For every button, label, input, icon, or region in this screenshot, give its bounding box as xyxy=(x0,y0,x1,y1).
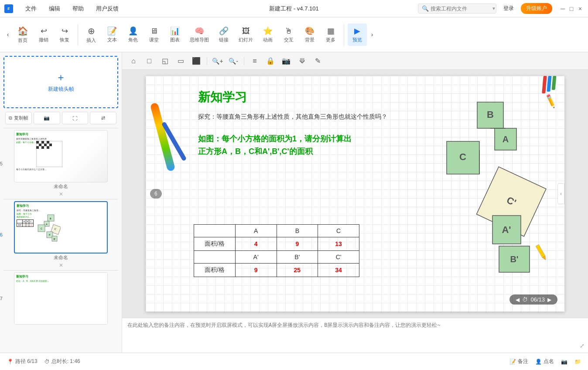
new-frame-label: 新建镜头帧 xyxy=(48,86,74,93)
copy-frame-button[interactable]: ⧉ 复制帧 xyxy=(5,112,32,124)
svg-rect-1 xyxy=(36,141,39,144)
slide-07-thumb[interactable]: 新知学习 结论：A，B，C和A',B',C'的面积... xyxy=(14,272,108,325)
toolbar-interact[interactable]: 🖱 交互 xyxy=(279,24,298,46)
text-label: 文本 xyxy=(107,37,117,43)
toolbar-link[interactable]: 🔗 链接 xyxy=(214,24,233,46)
slide-nav-badge[interactable]: 6 xyxy=(150,189,162,199)
status-folder-button[interactable]: 📁 xyxy=(574,358,581,365)
mindmap-icon: 🧠 xyxy=(195,26,204,36)
menu-feedback[interactable]: 用户反馈 xyxy=(93,3,121,14)
login-button[interactable]: 登录 xyxy=(500,3,517,14)
screenshot-status-icon: 📷 xyxy=(561,359,567,365)
toolbar-class[interactable]: 🖥 课堂 xyxy=(144,24,164,46)
lock-tool[interactable]: 🔒 xyxy=(264,55,277,67)
slide-06-thumb[interactable]: 新知学习 探究：等腰直角三角形... 如图：每个小方格的面积为1... ABC … xyxy=(14,201,108,254)
slide-actions: ⧉ 复制帧 📷 ⛶ ⇄ xyxy=(3,112,118,124)
slide-05-wrapper: 05 新知学习 探究等腰直角三角形有上述性质 如图：每个小方格... xyxy=(3,130,118,197)
path-icon: 📍 xyxy=(7,359,14,365)
toolbar-more[interactable]: ▦ 更多 xyxy=(321,24,340,46)
counter-prev-arrow[interactable]: ◀ xyxy=(516,297,520,303)
table-cell-header-empty1 xyxy=(194,225,236,237)
table-cell-C-val: 13 xyxy=(318,237,359,251)
chart-icon: 📊 xyxy=(170,26,180,36)
menu-file[interactable]: 文件 xyxy=(23,3,39,14)
toolbar-text[interactable]: 📝 文本 xyxy=(103,24,122,46)
search-dropdown-icon[interactable]: ▼ xyxy=(492,6,496,11)
fullscreen-button[interactable]: ⛶ xyxy=(62,112,89,124)
edit-tool[interactable]: ✎ xyxy=(311,55,324,67)
maximize-button[interactable]: □ xyxy=(568,5,575,12)
menu-edit[interactable]: 编辑 xyxy=(46,3,63,14)
layer-tool[interactable]: ⟱ xyxy=(296,55,308,67)
toolbar-preview[interactable]: ▶ 预览 xyxy=(348,24,367,46)
nav-left-icon: ‹ xyxy=(7,31,9,38)
slide-main-text-area: 如图：每个小方格的面积为1，请分别计算出正方形A，B，C和A',B',C'的面积 xyxy=(198,133,355,158)
search-input[interactable] xyxy=(431,6,492,12)
upgrade-button[interactable]: 升级账户 xyxy=(521,3,552,14)
canvas-tool-div-2 xyxy=(244,57,244,65)
main-toolbar: ‹ 🏠 首页 ↩ 撤销 ↪ 恢复 ⊕ 插入 📝 文本 👤 角色 🖥 课堂 📊 图… xyxy=(0,17,588,52)
transform-button[interactable]: ⇄ xyxy=(90,112,116,124)
rect2-tool[interactable]: ◱ xyxy=(159,55,171,67)
table-cell-header-A: A xyxy=(235,225,277,237)
slide-icon: 🖼 xyxy=(242,27,250,36)
link-label: 链接 xyxy=(219,37,229,43)
folder-icon: 📁 xyxy=(574,359,581,365)
toolbar-nav-right[interactable]: › xyxy=(369,28,376,41)
rect-tool[interactable]: □ xyxy=(143,55,155,67)
toolbar-chart[interactable]: 📊 图表 xyxy=(165,24,185,46)
slide-05-thumb[interactable]: 新知学习 探究等腰直角三角形有上述性质 如图：每个小方格... xyxy=(14,130,108,182)
path-text: 路径 6/13 xyxy=(15,358,38,365)
align-tool[interactable]: ≡ xyxy=(249,55,261,67)
toolbar-home[interactable]: 🏠 首页 xyxy=(13,23,32,46)
toolbar-role[interactable]: 👤 角色 xyxy=(123,24,143,46)
toolbar-bg[interactable]: 🎨 背景 xyxy=(300,24,319,46)
app-title: 新建工程 - v4.7.101 xyxy=(269,5,318,13)
slide-05-number: 05 xyxy=(0,161,3,166)
notes-status-label: 备注 xyxy=(518,358,528,365)
toolbar-animation[interactable]: ⭐ 动画 xyxy=(258,24,277,46)
home-shape-tool[interactable]: ⌂ xyxy=(127,55,140,67)
camera-icon: 📷 xyxy=(44,115,50,121)
notes-expand-icon[interactable]: ⤢ xyxy=(580,343,585,349)
notes-textarea[interactable] xyxy=(127,322,583,349)
search-box[interactable]: 🔍 ▼ xyxy=(418,3,496,14)
close-button[interactable]: × xyxy=(577,5,584,12)
toolbar-insert[interactable]: ⊕ 插入 xyxy=(82,23,101,46)
screenshot-button[interactable]: 📷 xyxy=(34,112,60,124)
toolbar-nav-left[interactable]: ‹ xyxy=(4,28,11,41)
interact-icon: 🖱 xyxy=(285,27,293,36)
zoom-out-tool[interactable]: 🔍- xyxy=(227,55,239,67)
interact-label: 交互 xyxy=(284,37,294,43)
rect3-tool[interactable]: ▭ xyxy=(174,55,187,67)
menu-help[interactable]: 帮助 xyxy=(70,3,86,14)
status-screenshot-button[interactable]: 📷 xyxy=(561,358,567,365)
minimize-button[interactable]: ─ xyxy=(559,5,566,12)
table-row-2: 面积/格 9 25 34 xyxy=(194,264,359,277)
right-panel-handle[interactable]: ‹ xyxy=(557,183,564,204)
status-notes-button[interactable]: 📝 备注 xyxy=(509,358,528,365)
mindmap-label: 思维导图 xyxy=(190,37,209,43)
duration-text: 总时长: 1:46 xyxy=(51,358,80,365)
table-cell-header-A2: A' xyxy=(235,251,277,264)
toolbar-redo[interactable]: ↪ 恢复 xyxy=(55,24,74,46)
new-frame-button[interactable]: + 新建镜头帧 xyxy=(3,56,118,108)
geometry-figure: B A C C' xyxy=(390,93,556,277)
status-path: 📍 路径 6/13 xyxy=(7,358,38,365)
svg-rect-5 xyxy=(44,144,47,146)
toolbar-mindmap[interactable]: 🧠 思维导图 xyxy=(186,24,212,46)
zoom-in-tool[interactable]: 🔍+ xyxy=(212,55,224,67)
copy-shape-tool[interactable]: ⬛ xyxy=(190,55,202,67)
svg-rect-6 xyxy=(49,144,52,146)
preview-icon: ▶ xyxy=(354,26,360,36)
svg-text:A': A' xyxy=(502,224,511,235)
toolbar-slide[interactable]: 🖼 幻灯片 xyxy=(235,24,256,46)
flag-green xyxy=(552,76,557,90)
slide-07-wrapper: 07 新知学习 结论：A，B，C和A',B',C'的面积... xyxy=(3,272,118,325)
logo-area: F xyxy=(4,4,16,13)
toolbar-undo[interactable]: ↩ 撤销 xyxy=(34,24,53,46)
counter-next-arrow[interactable]: ▶ xyxy=(547,297,551,303)
status-rollcall-button[interactable]: 👤 点名 xyxy=(535,358,554,365)
window-controls: ─ □ × xyxy=(559,5,584,12)
screenshot-canvas-tool[interactable]: 📷 xyxy=(280,55,292,67)
